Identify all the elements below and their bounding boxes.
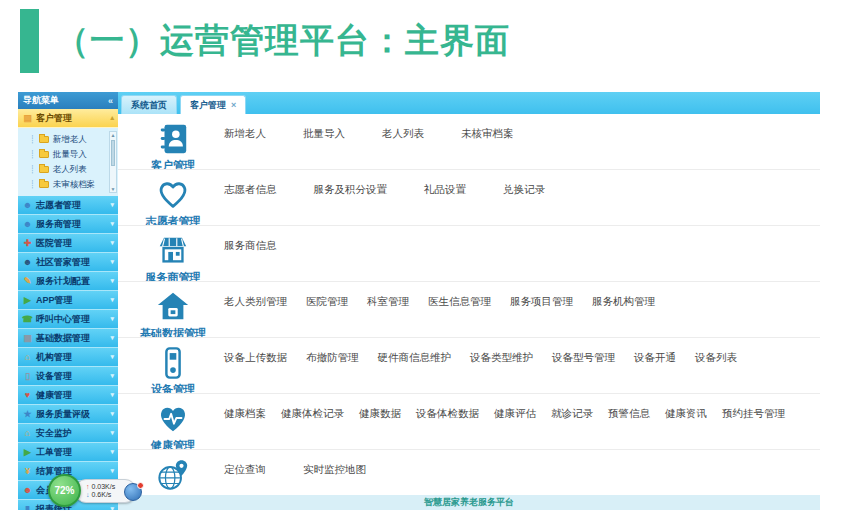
- page-title: （一）运营管理平台：主界面: [55, 18, 510, 64]
- module-link[interactable]: 定位查询: [224, 463, 266, 477]
- module-link[interactable]: 健康资讯: [665, 407, 707, 421]
- module-link[interactable]: 医院管理: [306, 295, 348, 309]
- close-icon[interactable]: ×: [231, 100, 236, 110]
- module-icon-block[interactable]: 设备管理: [130, 346, 216, 394]
- submenu-item-label: 未审核档案: [53, 179, 96, 191]
- module-link[interactable]: 设备开通: [634, 351, 676, 365]
- sidebar-item-hospital[interactable]: ✚医院管理▾: [18, 234, 118, 253]
- scroll-thumb[interactable]: [111, 140, 115, 166]
- sidebar-item-workorder[interactable]: ▶工单管理▾: [18, 443, 118, 462]
- sidebar-item-label: 服务计划配置: [36, 275, 90, 288]
- module-link[interactable]: 设备列表: [695, 351, 737, 365]
- module-link[interactable]: 志愿者信息: [224, 183, 277, 197]
- module-icon-block[interactable]: 服务商管理: [130, 234, 216, 282]
- module-links: 定位查询实时监控地图: [224, 463, 366, 477]
- sidebar-item-label: 志愿者管理: [36, 199, 81, 212]
- sidebar-item-health[interactable]: ♥健康管理▾: [18, 386, 118, 405]
- module-icon-block[interactable]: 健康管理: [130, 402, 216, 450]
- module-link[interactable]: 健康评估: [494, 407, 536, 421]
- module-link[interactable]: 实时监控地图: [303, 463, 366, 477]
- module-link[interactable]: 老人列表: [382, 127, 424, 141]
- sidebar-collapse-icon[interactable]: «: [108, 96, 113, 106]
- module-link[interactable]: 兑换记录: [503, 183, 545, 197]
- module-icon-block[interactable]: 客户管理: [130, 122, 216, 170]
- submenu-item-label: 批量导入: [53, 149, 87, 161]
- module-link[interactable]: 健康体检记录: [281, 407, 344, 421]
- memory-percent-ball[interactable]: 72%: [48, 474, 81, 507]
- module-link[interactable]: 就诊记录: [551, 407, 593, 421]
- net-speed-widget[interactable]: 72% ↑ 0.03K/s ↓ 0.6K/s: [48, 474, 136, 507]
- tree-line: ┊: [30, 165, 35, 174]
- chevron-icon: ▴: [110, 114, 114, 122]
- module-link[interactable]: 健康档案: [224, 407, 266, 421]
- plan-icon: ✎: [22, 276, 33, 286]
- module-title: 服务商管理: [146, 270, 201, 282]
- sidebar-item-org[interactable]: ⌂机构管理▾: [18, 348, 118, 367]
- chevron-icon: ▾: [110, 334, 114, 342]
- module-link[interactable]: 布撤防管理: [306, 351, 359, 365]
- submenu-item[interactable]: ┊未审核档案: [30, 177, 108, 192]
- module-link[interactable]: 新增老人: [224, 127, 266, 141]
- module-link[interactable]: 礼品设置: [424, 183, 466, 197]
- contacts-icon: ▤: [22, 113, 33, 123]
- sidebar-item-label: 医院管理: [36, 237, 72, 250]
- scroll-up-icon[interactable]: ▲: [110, 132, 116, 138]
- module-link[interactable]: 批量导入: [303, 127, 345, 141]
- member-icon: ☻: [22, 485, 33, 495]
- submenu-item[interactable]: ┊新增老人: [30, 132, 108, 147]
- sidebar-item-steward[interactable]: ☻社区管家管理▾: [18, 253, 118, 272]
- module-icon-block[interactable]: 定位管理: [130, 458, 216, 495]
- upload-speed-value: 0.03K/s: [92, 483, 116, 490]
- tree-line: ┊: [30, 150, 35, 159]
- module-link[interactable]: 医生信息管理: [428, 295, 491, 309]
- module-link[interactable]: 设备体检数据: [416, 407, 479, 421]
- module-title: 志愿者管理: [146, 214, 201, 226]
- module-icon-block[interactable]: 基础数据管理: [130, 290, 216, 338]
- sidebar-item-label: 工单管理: [36, 446, 72, 459]
- device-icon: ▯: [22, 371, 33, 381]
- module-link[interactable]: 老人类别管理: [224, 295, 287, 309]
- sidebar-item-app[interactable]: ▶APP管理▾: [18, 291, 118, 310]
- module-link[interactable]: 设备型号管理: [552, 351, 615, 365]
- tab-label: 客户管理: [190, 99, 226, 112]
- module-row-healthheart: 健康管理健康档案健康体检记录健康数据设备体检数据健康评估就诊记录预警信息健康资讯…: [118, 394, 820, 450]
- module-link[interactable]: 未核审档案: [461, 127, 514, 141]
- module-link[interactable]: 设备类型维护: [470, 351, 533, 365]
- assistant-ball-icon[interactable]: [124, 483, 142, 501]
- app-icon: ▶: [22, 295, 33, 305]
- module-link[interactable]: 服务项目管理: [510, 295, 573, 309]
- sidebar-item-callcenter[interactable]: ☎呼叫中心管理▾: [18, 310, 118, 329]
- module-link[interactable]: 服务及积分设置: [314, 183, 388, 197]
- module-link[interactable]: 服务商信息: [224, 239, 277, 253]
- module-link[interactable]: 硬件商信息维护: [378, 351, 452, 365]
- hospital-icon: ✚: [22, 238, 33, 248]
- sidebar-item-basicdata[interactable]: ▦基础数据管理▾: [18, 329, 118, 348]
- module-link[interactable]: 服务机构管理: [592, 295, 655, 309]
- chevron-icon: ▾: [110, 429, 114, 437]
- sidebar-item-safety[interactable]: ⌂安全监护▾: [18, 424, 118, 443]
- sidebar-item-provider[interactable]: ☻服务商管理▾: [18, 215, 118, 234]
- module-link[interactable]: 科室管理: [367, 295, 409, 309]
- module-icon-block[interactable]: 志愿者管理: [130, 178, 216, 226]
- sidebar-item-label: 呼叫中心管理: [36, 313, 90, 326]
- tab-customer[interactable]: 客户管理×: [180, 95, 246, 114]
- house-icon: [156, 290, 190, 324]
- sidebar-item-device[interactable]: ▯设备管理▾: [18, 367, 118, 386]
- module-link[interactable]: 预约挂号管理: [722, 407, 785, 421]
- download-speed-value: 0.6K/s: [92, 491, 112, 498]
- basicdata-icon: ▦: [22, 333, 33, 343]
- sidebar-item-quality[interactable]: ★服务质量评级▾: [18, 405, 118, 424]
- sidebar-item-contacts[interactable]: ▤客户管理▴: [18, 109, 118, 128]
- chevron-icon: ▾: [110, 410, 114, 418]
- module-link[interactable]: 健康数据: [359, 407, 401, 421]
- module-link[interactable]: 设备上传数据: [224, 351, 287, 365]
- sidebar-item-volunteer[interactable]: ☻志愿者管理▾: [18, 196, 118, 215]
- submenu-scrollbar[interactable]: ▲▼: [109, 131, 117, 193]
- module-link[interactable]: 预警信息: [608, 407, 650, 421]
- sidebar-item-plan[interactable]: ✎服务计划配置▾: [18, 272, 118, 291]
- module-links: 服务商信息: [224, 239, 277, 253]
- tab-home[interactable]: 系统首页: [121, 95, 177, 114]
- scroll-down-icon[interactable]: ▼: [110, 186, 116, 192]
- submenu-item[interactable]: ┊老人列表: [30, 162, 108, 177]
- submenu-item[interactable]: ┊批量导入: [30, 147, 108, 162]
